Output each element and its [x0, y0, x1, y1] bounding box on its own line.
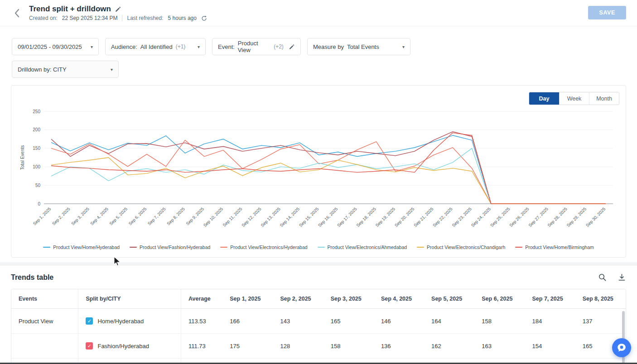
- granularity-week-button[interactable]: Week: [559, 92, 589, 105]
- value-cell: 137: [575, 309, 626, 334]
- last-refreshed-value: 5 hours ago: [168, 15, 197, 21]
- audience-extra-count: (+1): [176, 43, 186, 50]
- audience-label: Audience:: [111, 43, 137, 50]
- legend-item[interactable]: Product View/Fashion/Hyderabad: [130, 244, 210, 250]
- x-tick-label: Sep 28, 2025: [546, 206, 568, 228]
- trends-table-section: Trends table EventsSplit by/CITYAverageS…: [0, 266, 637, 364]
- trends-table-title: Trends table: [11, 273, 53, 282]
- edit-title-icon[interactable]: [115, 6, 121, 13]
- back-chevron-icon: [14, 9, 20, 18]
- trend-chart-card: Day Week Month 050100150200250Total Even…: [11, 85, 626, 258]
- trend-line-chart: 050100150200250Total EventsSep 1, 2025Se…: [18, 105, 620, 241]
- x-tick-label: Sep 13, 2025: [260, 206, 281, 228]
- legend-item[interactable]: Product View/Electronics/Chandigarh: [417, 244, 505, 250]
- filter-bar: 09/01/2025 - 09/30/2025 ▾ Audience: All …: [0, 26, 637, 78]
- x-tick-label: Sep 25, 2025: [489, 206, 511, 228]
- app-header: Trend split + drilldown Created on: 22 S…: [0, 0, 637, 26]
- created-on-value: 22 Sep 2025 12:34 PM: [62, 15, 118, 21]
- legend-label: Product View/Electronics/Chandigarh: [427, 244, 505, 250]
- event-value: Product View: [238, 40, 270, 53]
- value-cell: 128: [273, 334, 323, 359]
- drilldown-by-dropdown[interactable]: Drilldown by: CITY ▾: [12, 61, 119, 78]
- x-tick-label: Sep 10, 2025: [203, 206, 224, 228]
- value-cell: 163: [474, 334, 525, 359]
- granularity-day-button[interactable]: Day: [529, 92, 559, 105]
- column-header-sep-3-2025: Sep 3, 2025: [323, 289, 374, 309]
- event-filter[interactable]: Event: Product View (+2): [212, 38, 301, 55]
- y-axis-label: Total Events: [20, 145, 25, 170]
- value-cell: 158: [323, 334, 374, 359]
- y-tick-label: 200: [33, 127, 40, 132]
- x-tick-label: Sep 26, 2025: [508, 206, 530, 228]
- chevron-down-icon: ▾: [111, 67, 113, 72]
- split-label: Home/Hyderabad: [97, 318, 144, 325]
- legend-swatch: [417, 247, 424, 248]
- search-icon[interactable]: [598, 273, 607, 282]
- average-cell: 113.53: [181, 309, 222, 334]
- audience-dropdown[interactable]: Audience: All Identified (+1) ▾: [105, 38, 206, 55]
- split-label: Fashion/Hyderabad: [97, 343, 149, 350]
- page-title: Trend split + drilldown: [29, 5, 111, 14]
- x-tick-label: Sep 1, 2025: [32, 206, 52, 226]
- download-icon[interactable]: [618, 273, 626, 282]
- last-refreshed-label: Last refreshed:: [127, 15, 163, 21]
- edit-event-icon[interactable]: [289, 43, 295, 50]
- event-label: Event:: [218, 43, 235, 50]
- created-on-label: Created on:: [29, 15, 58, 21]
- column-header-average: Average: [181, 289, 222, 309]
- measure-by-value: Total Events: [347, 43, 379, 50]
- legend-swatch: [43, 247, 50, 248]
- series-checkbox[interactable]: ✓: [86, 342, 93, 350]
- y-tick-label: 100: [33, 164, 40, 169]
- value-cell: 175: [222, 334, 273, 359]
- x-tick-label: Sep 6, 2025: [127, 206, 147, 226]
- average-cell: 111.73: [181, 334, 222, 359]
- legend-label: Product View/Electronics/Hyderabad: [230, 244, 307, 250]
- date-range-dropdown[interactable]: 09/01/2025 - 09/30/2025 ▾: [12, 38, 99, 55]
- series-line: [51, 132, 606, 204]
- legend-label: Product View/Home/Hyderabad: [53, 244, 120, 250]
- x-tick-label: Sep 21, 2025: [413, 206, 434, 228]
- granularity-month-button[interactable]: Month: [589, 92, 619, 105]
- x-tick-label: Sep 17, 2025: [336, 206, 358, 228]
- back-button[interactable]: [12, 8, 22, 18]
- drilldown-value: CITY: [53, 66, 67, 73]
- x-tick-label: Sep 22, 2025: [432, 206, 454, 228]
- x-tick-label: Sep 7, 2025: [147, 206, 167, 226]
- column-header-sep-4-2025: Sep 4, 2025: [374, 289, 424, 309]
- save-button[interactable]: SAVE: [588, 6, 626, 19]
- x-tick-label: Sep 2, 2025: [51, 206, 71, 226]
- x-tick-label: Sep 11, 2025: [222, 206, 243, 228]
- value-cell: 184: [525, 309, 575, 334]
- split-by-cell: ✓Home/Hyderabad: [78, 309, 181, 334]
- legend-swatch: [515, 247, 522, 248]
- column-header-sep-1-2025: Sep 1, 2025: [222, 289, 273, 309]
- trends-table-wrap: EventsSplit by/CITYAverageSep 1, 2025Sep…: [11, 289, 626, 364]
- legend-item[interactable]: Product View/Home/Hyderabad: [43, 244, 120, 250]
- legend-item[interactable]: Product View/Electronics/Ahmedabad: [318, 244, 407, 250]
- column-header-split-by-city: Split by/CITY: [78, 289, 181, 309]
- legend-swatch: [220, 247, 227, 248]
- event-name-cell: Product View: [11, 309, 78, 334]
- chevron-down-icon: ▾: [91, 44, 93, 49]
- granularity-toggle: Day Week Month: [529, 92, 619, 105]
- event-name-cell: [11, 334, 78, 359]
- legend-swatch: [130, 247, 137, 248]
- series-checkbox[interactable]: ✓: [86, 317, 93, 325]
- column-header-events: Events: [11, 289, 78, 309]
- measure-by-dropdown[interactable]: Measure by Total Events ▾: [307, 38, 410, 55]
- chat-launcher-button[interactable]: [612, 338, 631, 357]
- value-cell: 165: [323, 309, 374, 334]
- value-cell: 146: [374, 309, 424, 334]
- x-tick-label: Sep 4, 2025: [89, 206, 109, 226]
- legend-item[interactable]: Product View/Electronics/Hyderabad: [220, 244, 307, 250]
- column-header-sep-5-2025: Sep 5, 2025: [424, 289, 474, 309]
- x-tick-label: Sep 19, 2025: [374, 206, 396, 228]
- date-range-value: 09/01/2025 - 09/30/2025: [18, 43, 82, 50]
- table-row: ✓Fashion/Hyderabad111.731751281581361621…: [11, 334, 626, 359]
- legend-item[interactable]: Product View/Home/Birmingham: [515, 244, 594, 250]
- chart-legend: Product View/Home/HyderabadProduct View/…: [18, 243, 619, 254]
- refresh-icon[interactable]: [201, 15, 207, 21]
- value-cell: 164: [424, 309, 474, 334]
- split-by-cell: ✓Fashion/Hyderabad: [78, 334, 181, 359]
